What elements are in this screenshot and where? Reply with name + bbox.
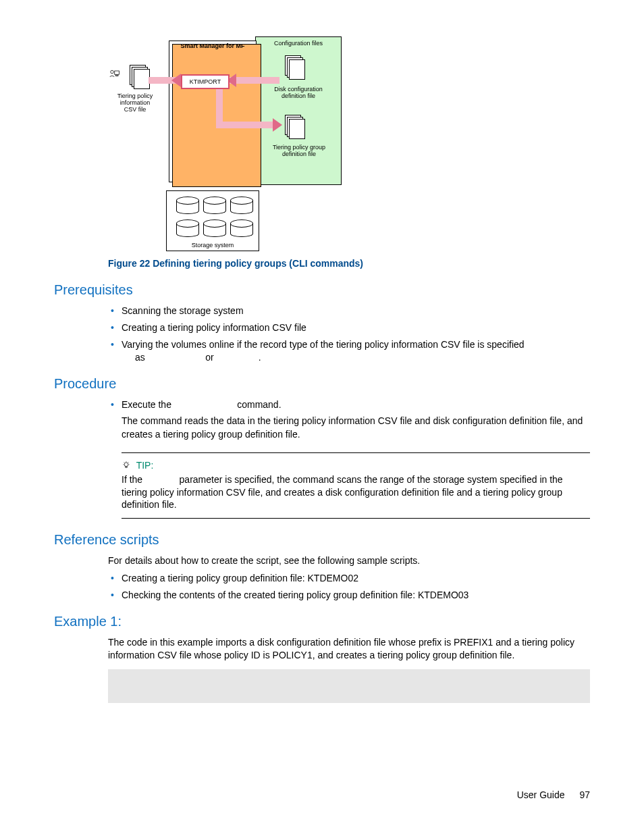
tpg-file-icon — [285, 115, 305, 139]
svg-point-0 — [111, 70, 114, 74]
storage-system-box: Storage system — [166, 190, 259, 251]
procedure-body: The command reads the data in the tierin… — [122, 415, 590, 441]
figure-caption: Figure 22 Defining tiering policy groups… — [108, 258, 590, 269]
disk-config-file-icon — [285, 55, 305, 80]
prerequisites-list: Scanning the storage system Creating a t… — [108, 305, 590, 364]
svg-rect-4 — [126, 466, 127, 467]
disk-config-label: Disk configuration definition file — [265, 86, 332, 100]
list-item: Creating a tiering policy group definiti… — [108, 572, 590, 585]
config-files-label: Configuration files — [256, 37, 341, 47]
tip-label: TIP: — [136, 460, 154, 471]
tip-block: TIP: If the parameter is specified, the … — [122, 452, 590, 519]
storage-system-label: Storage system — [167, 242, 259, 249]
tip-body: If the parameter is specified, the comma… — [122, 473, 590, 512]
heading-prerequisites: Prerequisites — [54, 282, 590, 298]
footer-guide-label: User Guide — [517, 789, 565, 800]
list-item: Execute the command. — [108, 398, 590, 411]
lightbulb-icon — [122, 461, 131, 470]
tip-heading: TIP: — [122, 460, 590, 471]
csv-file-label: Tiering policy information CSV file — [108, 93, 162, 113]
list-item: Checking the contents of the created tie… — [108, 589, 590, 602]
arrow-head-icon — [273, 118, 282, 132]
csv-file-icon — [130, 65, 150, 89]
code-block — [108, 669, 590, 703]
ktimport-box: KTIMPORT — [181, 74, 230, 89]
page-number: 97 — [579, 789, 590, 800]
reference-list: Creating a tiering policy group definiti… — [108, 572, 590, 602]
reference-intro: For details about how to create the scri… — [108, 554, 590, 568]
heading-reference-scripts: Reference scripts — [54, 532, 590, 548]
user-icon — [108, 69, 128, 89]
tpg-label: Tiering policy group definition file — [262, 145, 336, 158]
list-item: Creating a tiering policy information CS… — [108, 321, 590, 334]
svg-point-3 — [124, 463, 128, 467]
heading-procedure: Procedure — [54, 376, 590, 392]
smart-manager-label: Smart Manager for MF — [169, 41, 256, 49]
svg-rect-2 — [115, 75, 118, 76]
list-item: Varying the volumes online if the record… — [108, 338, 590, 364]
example-body: The code in this example imports a disk … — [108, 636, 590, 662]
list-item: Scanning the storage system — [108, 305, 590, 317]
page-footer: User Guide 97 — [517, 789, 590, 800]
heading-example-1: Example 1: — [54, 614, 590, 629]
arrow-head-icon — [171, 74, 181, 87]
figure-diagram: Configuration files Smart Manager for MF… — [108, 34, 590, 250]
svg-rect-1 — [115, 71, 119, 74]
svg-line-9 — [128, 462, 129, 463]
procedure-list: Execute the command. — [108, 398, 590, 411]
smart-manager-box: Smart Manager for MF — [169, 41, 257, 182]
arrow-ktimport-to-tpg — [216, 122, 274, 128]
svg-line-8 — [124, 462, 125, 463]
